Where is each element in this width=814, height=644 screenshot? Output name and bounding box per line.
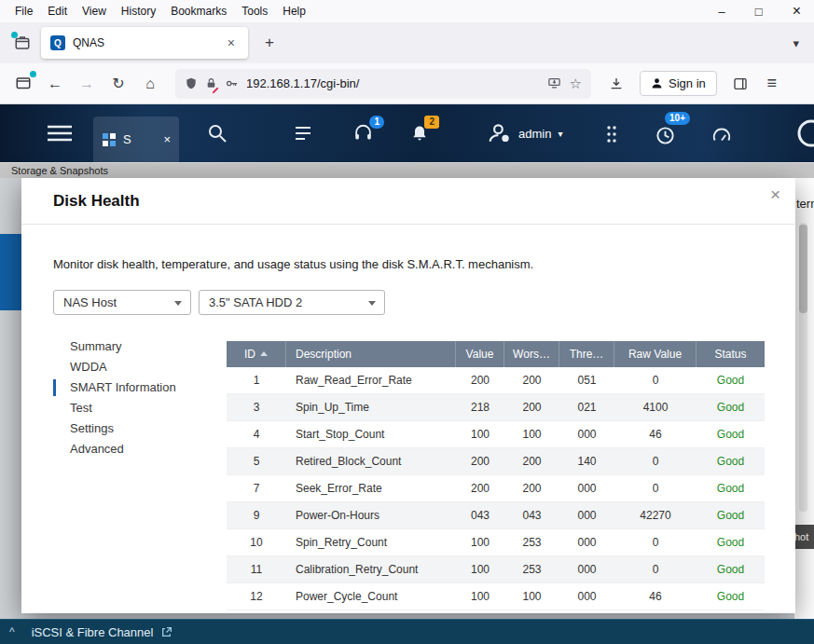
chevron-down-icon (368, 301, 376, 306)
header-threshold[interactable]: Thre… (559, 341, 614, 367)
table-row[interactable]: 11 Calibration_Retry_Count 100 253 000 0… (227, 556, 765, 583)
tasks-badge: 10+ (665, 112, 690, 125)
list-tabs-chevron-icon[interactable]: ▾ (793, 36, 799, 50)
cell-raw-value: 0 (614, 475, 697, 501)
table-row[interactable]: 10 Spin_Retry_Count 100 253 000 0 Good (227, 529, 765, 556)
menu-item[interactable]: Edit (40, 2, 75, 21)
dialog-description: Monitor disk health, temperature, and us… (53, 257, 533, 271)
header-description[interactable]: Description (286, 341, 456, 367)
table-row[interactable]: 7 Seek_Error_Rate 200 200 000 0 Good (227, 475, 765, 502)
close-button[interactable]: × (793, 3, 801, 20)
sidebar-icon[interactable] (726, 70, 754, 98)
nas-host-select[interactable]: NAS Host (53, 290, 191, 315)
header-id-label: ID (244, 348, 255, 361)
firefox-view-icon[interactable] (9, 30, 35, 56)
cell-value: 200 (456, 367, 504, 393)
cell-value: 043 (456, 502, 504, 528)
main-menu-icon[interactable] (47, 125, 73, 142)
chevron-down-icon (174, 301, 182, 306)
table-row[interactable]: 5 Retired_Block_Count 200 200 140 0 Good (227, 448, 765, 475)
library-icon[interactable] (9, 70, 37, 98)
menu-item[interactable]: Help (275, 2, 313, 21)
dashboard-icon[interactable] (711, 125, 733, 145)
new-tab-button[interactable]: + (257, 32, 282, 54)
menu-item[interactable]: Bookmarks (163, 2, 234, 21)
search-icon[interactable] (207, 123, 228, 144)
admin-menu[interactable]: admin ▾ (487, 117, 562, 149)
header-value[interactable]: Value (456, 341, 504, 367)
menu-item[interactable]: History (114, 2, 163, 21)
app-window-titlebar[interactable]: Storage & Snapshots (0, 162, 814, 178)
minimize-button[interactable]: – (719, 5, 725, 19)
task-history-icon[interactable]: 10+ (653, 125, 677, 146)
header-raw-value[interactable]: Raw Value (614, 341, 697, 367)
home-button[interactable]: ⌂ (136, 70, 164, 98)
scrollbar-thumb[interactable] (799, 225, 807, 313)
nav-item-summary[interactable]: Summary (53, 336, 207, 357)
cell-worst: 200 (504, 475, 559, 501)
url-text[interactable]: 192.168.1.17/cgi-bin/ (246, 76, 539, 90)
maximize-button[interactable]: □ (755, 5, 763, 19)
nav-item-test[interactable]: Test (53, 398, 207, 418)
disk-select[interactable]: 3.5" SATA HDD 2 (199, 290, 385, 315)
iscsi-link[interactable]: iSCSI & Fibre Channel (32, 625, 154, 639)
window-controls: – □ × (719, 0, 801, 22)
nav-item-wdda[interactable]: WDDA (53, 357, 207, 377)
menu-item[interactable]: View (75, 2, 114, 21)
table-row[interactable]: 9 Power-On-Hours 043 043 000 42270 Good (227, 502, 765, 529)
cell-worst: 253 (504, 529, 559, 555)
cell-value: 200 (456, 475, 504, 501)
nav-item-settings[interactable]: Settings (53, 418, 207, 439)
open-app-tab-close-icon[interactable]: × (163, 132, 171, 146)
background-tasks-icon[interactable] (293, 123, 313, 144)
dialog-close-icon[interactable]: × (770, 185, 780, 205)
cell-value: 100 (456, 529, 504, 555)
menu-item[interactable]: File (7, 2, 40, 21)
scrollbar[interactable] (799, 223, 807, 512)
app-menu-icon[interactable]: ≡ (758, 70, 786, 98)
browser-tab[interactable]: Q QNAS × (41, 27, 248, 59)
key-icon[interactable] (225, 76, 239, 90)
table-row[interactable]: 3 Spin_Up_Time 218 200 021 4100 Good (227, 394, 765, 421)
tab-close-icon[interactable]: × (224, 34, 239, 52)
support-icon[interactable]: 1 (351, 123, 375, 144)
header-id[interactable]: ID (227, 341, 286, 367)
reload-button[interactable]: ↻ (104, 70, 132, 98)
clipped-menu-text: tern (796, 197, 814, 211)
more-apps-icon[interactable] (606, 124, 617, 144)
header-status[interactable]: Status (697, 341, 765, 367)
cell-raw-value: 4100 (614, 394, 697, 420)
insecure-lock-icon[interactable] (205, 76, 217, 90)
tab-title: QNAS (73, 36, 216, 49)
external-link-icon[interactable] (160, 626, 172, 638)
forward-button[interactable]: → (73, 70, 101, 98)
bookmark-star-icon[interactable]: ☆ (570, 75, 582, 92)
cell-value: 218 (456, 394, 504, 420)
screen: FileEditViewHistoryBookmarksToolsHelp – … (0, 0, 814, 644)
background-right-fragment: tern hot (794, 178, 814, 619)
cell-id: 12 (227, 583, 286, 610)
header-worst[interactable]: Wors… (504, 341, 559, 367)
cell-worst: 100 (504, 583, 559, 610)
alert-badge: 2 (424, 116, 439, 129)
nav-item-smart-information[interactable]: SMART Information (53, 377, 207, 398)
url-bar[interactable]: 192.168.1.17/cgi-bin/ ☆ (175, 69, 591, 99)
nav-item-advanced[interactable]: Advanced (53, 439, 207, 459)
cell-status: Good (697, 556, 765, 582)
user-gear-icon (487, 121, 512, 145)
notifications-bell-icon[interactable]: 2 (408, 123, 431, 144)
shield-icon[interactable] (185, 76, 198, 90)
back-button[interactable]: ← (41, 70, 69, 98)
menu-item[interactable]: Tools (234, 2, 275, 21)
table-row[interactable]: 1 Raw_Read_Error_Rate 200 200 051 0 Good (227, 367, 765, 394)
open-app-tab[interactable]: S × (93, 116, 179, 162)
downloads-icon[interactable] (602, 70, 630, 98)
table-row[interactable]: 12 Power_Cycle_Count 100 100 000 46 Good (227, 583, 765, 610)
table-row[interactable]: 4 Start_Stop_Count 100 100 000 46 Good (227, 421, 765, 448)
sign-in-button[interactable]: Sign in (640, 71, 717, 96)
open-app-tab-label: S (123, 132, 131, 146)
cell-threshold: 000 (559, 583, 614, 610)
save-page-icon[interactable] (546, 76, 562, 90)
collapse-chevron-icon[interactable]: ^ (9, 625, 15, 638)
admin-caret-icon: ▾ (558, 129, 562, 139)
